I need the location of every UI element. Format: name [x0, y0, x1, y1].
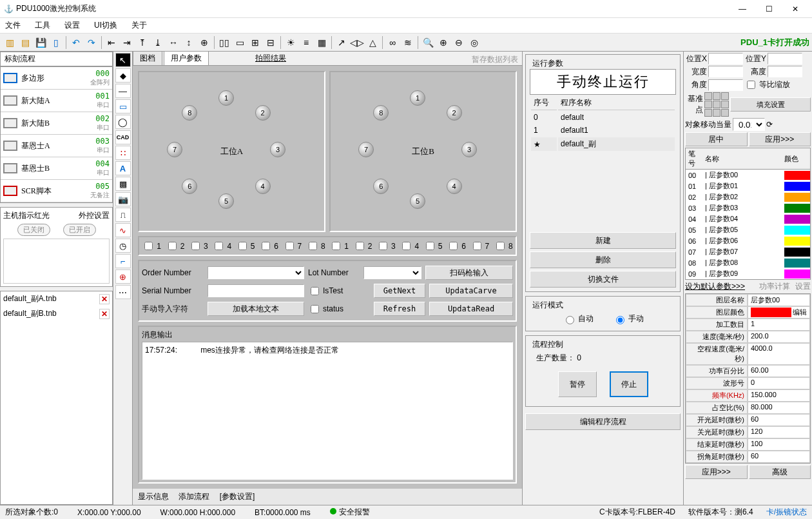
new-icon[interactable]: ▥: [3, 35, 17, 50]
pointer-icon[interactable]: ↖: [115, 53, 131, 67]
pen-row[interactable]: 00| 层参数00: [686, 170, 810, 181]
istest-checkbox[interactable]: [311, 287, 319, 295]
text-icon[interactable]: A: [115, 161, 131, 175]
check-7[interactable]: [285, 242, 294, 250]
switch-button[interactable]: 切换文件: [530, 271, 676, 288]
flow-item[interactable]: 新大陆A 001串口: [1, 90, 112, 112]
menu-file[interactable]: 文件: [5, 20, 21, 31]
menu-tools[interactable]: 工具: [35, 20, 50, 31]
tab-photo[interactable]: 拍照结果: [249, 52, 293, 65]
host-open-button[interactable]: 已开启: [63, 224, 96, 236]
getnext-button[interactable]: GetNext: [374, 284, 425, 298]
maximize-button[interactable]: ☐: [756, 2, 782, 16]
station-node[interactable]: 2: [447, 105, 462, 121]
center-icon[interactable]: ⊕: [197, 35, 211, 50]
default-param-link[interactable]: 设为默认参数>>>: [685, 281, 745, 292]
crosshair-icon[interactable]: ⊕: [115, 269, 131, 284]
more-icon[interactable]: ⋯: [115, 285, 131, 299]
posx-input[interactable]: [708, 53, 743, 64]
delete-button[interactable]: 删除: [530, 251, 676, 268]
check-8[interactable]: [496, 242, 505, 250]
pen-row[interactable]: 09| 层参数09: [686, 268, 810, 279]
pen-row[interactable]: 05| 层参数05: [686, 224, 810, 235]
check-3[interactable]: [379, 242, 387, 250]
menu-uiswitch[interactable]: UI切换: [94, 20, 117, 31]
new-button[interactable]: 新建: [530, 232, 676, 249]
cad-icon[interactable]: CAD: [115, 130, 131, 144]
station-node[interactable]: 1: [218, 90, 234, 106]
scan-button[interactable]: 扫码枪输入: [425, 266, 513, 280]
rect-icon[interactable]: ▭: [115, 99, 131, 113]
station-node[interactable]: 8: [182, 105, 197, 121]
host-closed-button[interactable]: 已关闭: [17, 224, 50, 236]
check-6[interactable]: [262, 242, 270, 250]
updataread-button[interactable]: UpdataRead: [429, 302, 513, 316]
check-6[interactable]: [449, 242, 458, 250]
save-icon[interactable]: 💾: [34, 35, 48, 50]
station-node[interactable]: 6: [182, 179, 197, 194]
edit-flow-button[interactable]: 编辑程序流程: [525, 413, 681, 430]
line-icon[interactable]: —: [115, 84, 131, 98]
flow-item[interactable]: 基恩士B 004串口: [1, 157, 112, 180]
link-param[interactable]: [参数设置]: [220, 492, 255, 501]
flow-item[interactable]: 新大陆B 002串口: [1, 112, 112, 135]
redo-icon[interactable]: ↷: [84, 35, 99, 50]
open-icon[interactable]: ▤: [18, 35, 32, 50]
station-node[interactable]: 2: [255, 105, 271, 121]
advanced-button[interactable]: 高级: [749, 465, 811, 479]
clock-icon[interactable]: ◷: [115, 239, 131, 253]
flow-item[interactable]: 多边形 000全阵列: [1, 67, 112, 90]
zoom-icon[interactable]: 🔍: [421, 35, 435, 50]
tabs-right-link[interactable]: 暂存数据列表: [468, 54, 522, 65]
status-checkbox[interactable]: [311, 305, 319, 313]
refresh-button[interactable]: Refresh: [374, 302, 425, 316]
node-icon[interactable]: ◆: [115, 68, 131, 83]
check-5[interactable]: [426, 242, 434, 250]
station-node[interactable]: 3: [270, 142, 285, 157]
pen-row[interactable]: 03| 层参数03: [686, 202, 810, 213]
width-input[interactable]: [708, 66, 743, 77]
posy-input[interactable]: [768, 53, 802, 64]
manual-radio[interactable]: [616, 316, 624, 324]
pen-row[interactable]: 08| 层参数08: [686, 257, 810, 268]
anchor-grid[interactable]: [704, 92, 729, 117]
align-bottom-icon[interactable]: ⤓: [151, 35, 165, 50]
scale-checkbox[interactable]: [747, 81, 755, 89]
sliders-icon[interactable]: ≡: [299, 35, 313, 50]
stop-button[interactable]: 停止: [610, 371, 648, 397]
sun-icon[interactable]: ☀: [284, 35, 298, 50]
pen-row[interactable]: 06| 层参数06: [686, 235, 810, 246]
file-item[interactable]: default_副B.tnb✕: [1, 306, 112, 321]
station-node[interactable]: 4: [255, 179, 271, 194]
pen-row[interactable]: 07| 层参数07: [686, 246, 810, 257]
pen-row[interactable]: 01| 层参数01: [686, 181, 810, 191]
updatacarve-button[interactable]: UpdataCarve: [429, 284, 513, 298]
station-node[interactable]: 7: [358, 142, 374, 157]
check-3[interactable]: [191, 242, 200, 250]
dots-icon[interactable]: ∷: [115, 146, 131, 160]
serial-input[interactable]: [208, 284, 304, 297]
link-show[interactable]: 显示信息: [138, 492, 169, 501]
align-left-icon[interactable]: ⇤: [104, 35, 119, 50]
load-local-button[interactable]: 加载本地文本: [208, 302, 304, 316]
close-button[interactable]: ✕: [782, 2, 808, 16]
refresh-icon[interactable]: ⟳: [766, 120, 773, 129]
station-node[interactable]: 6: [373, 179, 389, 194]
tab-doc[interactable]: 图档: [133, 51, 162, 65]
flip-v-icon[interactable]: △: [365, 35, 380, 50]
undo-icon[interactable]: ↶: [69, 35, 83, 50]
check-1[interactable]: [332, 242, 340, 250]
pen-row[interactable]: 02| 层参数02: [686, 191, 810, 202]
pulse-icon[interactable]: ⎍: [115, 208, 131, 222]
arrow-icon[interactable]: ↗: [334, 35, 349, 50]
program-row[interactable]: ★default_副: [531, 137, 675, 151]
check-5[interactable]: [238, 242, 247, 250]
check-4[interactable]: [215, 242, 223, 250]
link-add[interactable]: 添加流程: [179, 492, 209, 501]
saveas-icon[interactable]: ▯: [49, 35, 63, 50]
align-right-icon[interactable]: ⇥: [120, 35, 134, 50]
zoom-fit-icon[interactable]: ◎: [467, 35, 481, 50]
flow-item[interactable]: 基恩士A 003串口: [1, 135, 112, 157]
station-node[interactable]: 1: [410, 90, 425, 106]
file-item[interactable]: default_副A.tnb✕: [1, 291, 112, 306]
